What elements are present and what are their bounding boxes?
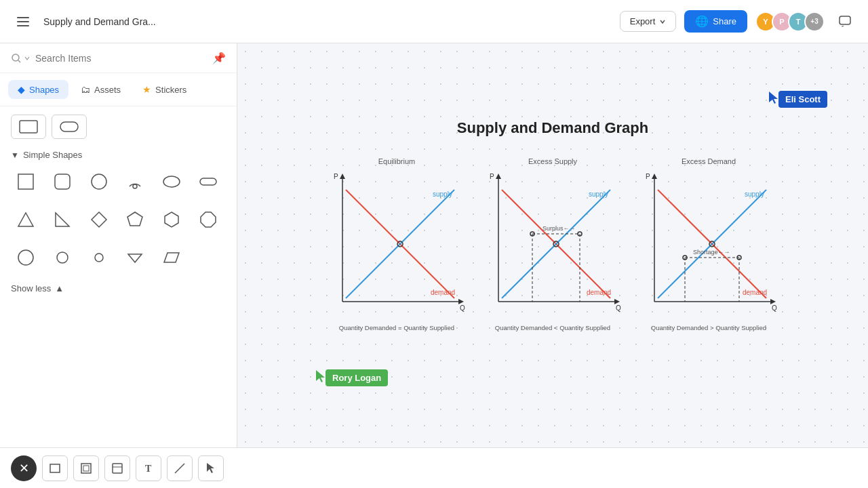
svg-marker-24	[164, 253, 179, 262]
main-canvas[interactable]: Eli Scott Rory Logan Supply and Demand G…	[237, 43, 868, 447]
svg-rect-7	[60, 122, 78, 131]
shape-circle-sm[interactable]	[47, 243, 77, 272]
sticky-tool[interactable]	[104, 455, 130, 481]
shape-preview-1[interactable]	[11, 115, 46, 139]
line-icon	[174, 462, 186, 474]
chart-excess-demand-label: Excess Demand	[637, 157, 780, 165]
shape-ellipse[interactable]	[157, 167, 186, 197]
svg-point-20	[18, 250, 33, 265]
shape-pill[interactable]	[193, 167, 223, 197]
frame-icon	[80, 462, 92, 474]
svg-rect-8	[18, 174, 33, 189]
menu-button[interactable]	[11, 9, 35, 34]
text-tool[interactable]: T	[136, 455, 161, 481]
shape-circle-outline[interactable]	[11, 243, 41, 272]
svg-marker-29	[340, 174, 345, 179]
svg-text:T: T	[145, 464, 152, 474]
svg-marker-25	[769, 92, 778, 104]
frame-tool[interactable]	[73, 455, 99, 481]
svg-text:demand: demand	[743, 289, 767, 296]
svg-marker-14	[18, 213, 33, 226]
svg-line-5	[18, 60, 20, 62]
svg-point-21	[57, 252, 68, 263]
svg-marker-57	[652, 174, 657, 179]
charts-row: Equilibrium P Q	[322, 157, 783, 331]
share-button[interactable]: 🌐 Share	[684, 10, 747, 33]
svg-text:Surplus←→: Surplus←→	[542, 225, 576, 232]
svg-rect-75	[113, 464, 122, 473]
svg-marker-17	[127, 212, 142, 226]
shape-circle-xs[interactable]	[84, 243, 114, 272]
chevron-up-icon: ▲	[55, 283, 64, 293]
pointer-tool[interactable]	[198, 455, 224, 481]
svg-marker-23	[128, 254, 142, 262]
shapes-tab-icon: ◆	[18, 84, 25, 95]
export-button[interactable]: Export	[620, 11, 677, 32]
svg-rect-0	[17, 17, 29, 18]
svg-marker-16	[92, 212, 106, 227]
shape-square[interactable]	[11, 167, 41, 197]
search-input[interactable]	[35, 53, 207, 64]
chart-excess-demand: Excess Demand P Q	[637, 157, 780, 331]
svg-marker-41	[614, 299, 620, 304]
svg-marker-19	[201, 212, 216, 227]
svg-rect-6	[20, 121, 37, 133]
svg-rect-1	[17, 21, 29, 22]
show-less-button[interactable]: Show less ▲	[11, 281, 226, 296]
line-tool[interactable]	[167, 455, 193, 481]
shape-arc[interactable]	[120, 167, 150, 197]
rectangle-tool[interactable]	[42, 455, 68, 481]
search-dropdown-icon	[24, 56, 30, 61]
shape-preview-2[interactable]	[52, 115, 87, 139]
chart-excess-demand-caption: Quantity Demanded > Quantity Supplied	[637, 324, 780, 331]
svg-marker-18	[165, 212, 178, 227]
shape-triangle[interactable]	[11, 205, 41, 235]
stickers-tab-icon: ★	[142, 84, 151, 95]
svg-text:P: P	[334, 173, 338, 180]
chart-excess-supply-label: Excess Supply	[481, 157, 624, 165]
tab-shapes[interactable]: ◆ Shapes	[8, 80, 68, 99]
shape-diamond[interactable]	[84, 205, 114, 235]
share-label: Share	[713, 16, 736, 26]
shape-tabs: ◆ Shapes 🗂 Assets ★ Stickers	[0, 73, 237, 106]
close-button[interactable]: ✕	[11, 455, 37, 481]
hamburger-icon	[17, 16, 29, 28]
diagram-title: Supply and Demand Graph	[322, 119, 783, 137]
globe-icon: 🌐	[695, 15, 709, 28]
document-title: Supply and Demand Gra...	[43, 16, 156, 27]
diagram-container: Supply and Demand Graph Equilibrium P Q	[322, 119, 783, 331]
shape-circle[interactable]	[84, 167, 114, 197]
shape-rounded-rect[interactable]	[47, 167, 77, 197]
svg-rect-3	[840, 16, 850, 24]
svg-marker-30	[458, 299, 464, 304]
svg-line-78	[175, 464, 184, 473]
shape-right-triangle[interactable]	[47, 205, 77, 235]
tab-shapes-label: Shapes	[29, 85, 59, 95]
comment-icon	[838, 15, 852, 28]
chart-equilibrium-svg: P Q supply demand	[326, 169, 468, 319]
shape-chevron-down[interactable]	[120, 243, 150, 272]
shape-hexagon[interactable]	[157, 205, 186, 235]
chart-excess-demand-svg: P Q Shortage←→	[637, 169, 780, 319]
svg-rect-72	[50, 464, 60, 472]
text-icon: T	[142, 462, 155, 474]
shape-pentagon[interactable]	[120, 205, 150, 235]
shapes-grid-2	[11, 205, 226, 235]
svg-text:Q: Q	[616, 304, 621, 312]
svg-rect-13	[200, 178, 216, 185]
shape-parallelogram[interactable]	[157, 243, 186, 272]
chart-equilibrium-label: Equilibrium	[326, 157, 468, 165]
svg-point-12	[163, 176, 180, 187]
chevron-down-icon	[659, 18, 666, 25]
svg-point-22	[95, 253, 103, 262]
tab-stickers[interactable]: ★ Stickers	[133, 80, 196, 99]
avatar-more[interactable]: +3	[804, 12, 825, 32]
comment-button[interactable]	[833, 9, 857, 34]
simple-shapes-header[interactable]: ▼ Simple Shapes	[11, 150, 226, 160]
tab-assets[interactable]: 🗂 Assets	[71, 80, 130, 99]
search-bar: 📌	[0, 43, 237, 73]
svg-text:supply: supply	[745, 190, 764, 198]
chart-excess-supply: Excess Supply P Q	[481, 157, 624, 331]
shape-octagon[interactable]	[193, 205, 223, 235]
sticky-icon	[111, 462, 123, 474]
